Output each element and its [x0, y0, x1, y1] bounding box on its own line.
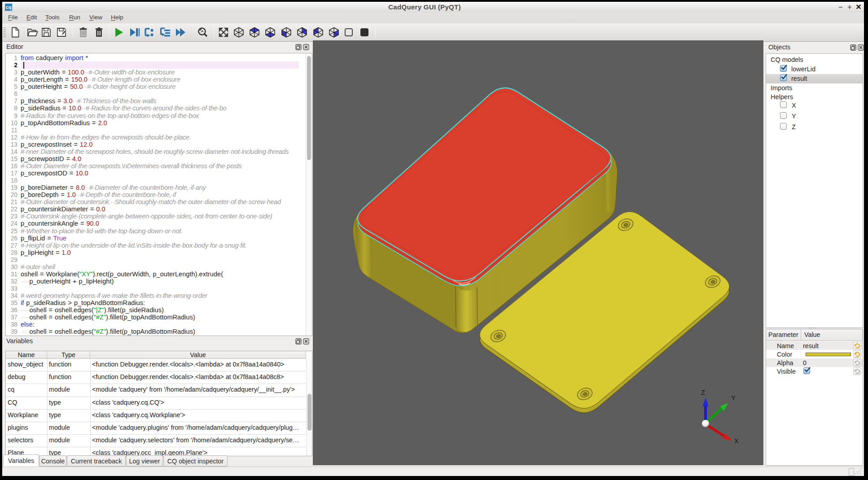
svg-text:X: X — [734, 437, 739, 445]
svg-text:Y: Y — [731, 394, 736, 401]
svg-text:Z: Z — [701, 389, 705, 396]
